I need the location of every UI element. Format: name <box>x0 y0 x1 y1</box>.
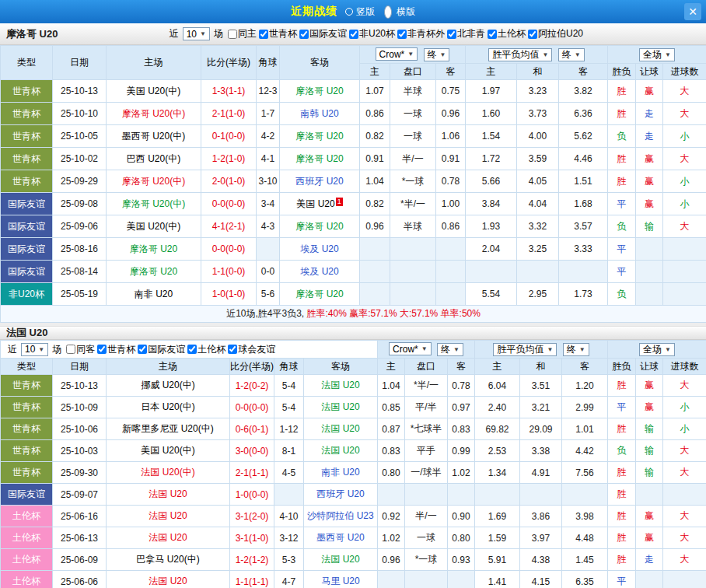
games-count-select[interactable]: 10▼ <box>183 27 210 40</box>
sub-odds-home: 主 <box>360 64 390 80</box>
checkbox-input[interactable] <box>187 345 197 354</box>
filter-checkbox-0-1[interactable]: 世青杯 <box>259 27 297 40</box>
avg-odds-select[interactable]: 胜平负均值▼ <box>493 343 557 356</box>
home-team-name[interactable]: 墨西哥 U20(中) <box>122 131 185 142</box>
type-cell: 非U20杯 <box>1 283 53 306</box>
avg-final-select[interactable]: 终▼ <box>558 48 585 61</box>
odds-final-select[interactable]: 终▼ <box>424 48 450 61</box>
away-team-name[interactable]: 法国 U20 <box>321 401 359 412</box>
home-team-name[interactable]: 法国 U20 <box>149 576 187 586</box>
close-button[interactable]: ✕ <box>684 3 701 20</box>
filter-checkbox-0-6[interactable]: 土伦杯 <box>488 27 526 40</box>
home-team-name[interactable]: 法国 U20 <box>149 510 187 521</box>
checkbox-input[interactable] <box>488 30 497 39</box>
home-team-name[interactable]: 巴拿马 U20(中) <box>136 554 199 565</box>
sub-odds-away: 客 <box>436 64 466 80</box>
corners-cell: 5-4 <box>274 397 304 418</box>
france-filters: 近10▼场同客世青杯国际友谊土伦杯球会友谊 <box>5 343 377 356</box>
home-team-name[interactable]: 日本 U20(中) <box>141 401 194 412</box>
away-team-name[interactable]: 摩洛哥 U20 <box>295 86 343 96</box>
filter-checkbox-0-2[interactable]: 国际友谊 <box>299 27 347 40</box>
checkbox-input[interactable] <box>447 30 456 39</box>
away-team-name[interactable]: 南韩 U20 <box>300 108 338 119</box>
avg-final-select[interactable]: 终▼ <box>563 343 589 356</box>
odds-away-cell: 1.02 <box>448 462 475 484</box>
checkbox-input[interactable] <box>138 345 147 354</box>
away-team-name[interactable]: 法国 U20 <box>321 423 359 434</box>
filter-checkbox-0-0[interactable]: 同主 <box>228 27 257 40</box>
odds-away-cell <box>436 238 466 261</box>
home-team-name[interactable]: 摩洛哥 U20(中) <box>122 108 185 119</box>
home-team-name[interactable]: 美国 U20(中) <box>141 445 194 456</box>
corners-cell: 8-1 <box>274 440 304 462</box>
filter-checkbox-0-3[interactable]: 非U20杯 <box>349 27 395 40</box>
games-count-select[interactable]: 10▼ <box>21 343 48 356</box>
fulltime-header-group: 全场▼ <box>608 341 706 359</box>
home-team-name[interactable]: 法国 U20 <box>149 488 187 499</box>
layout-vertical-radio[interactable]: 竖版 <box>345 5 375 19</box>
away-team-name[interactable]: 西班牙 U20 <box>316 488 364 499</box>
home-team-name[interactable]: 新喀里多尼亚 U20(中) <box>122 423 213 434</box>
match-row: 土伦杯25-06-16法国 U203-1(2-0)4-10沙特阿拉伯 U230.… <box>1 506 706 527</box>
away-team-name[interactable]: 南非 U20 <box>321 467 359 478</box>
filter-checkbox-0-7[interactable]: 阿拉伯U20 <box>528 27 583 40</box>
fulltime-select[interactable]: 全场▼ <box>639 48 675 61</box>
result-cell: 胜 <box>608 549 636 571</box>
filter-checkbox-0-5[interactable]: 北非青 <box>447 27 485 40</box>
filter-checkbox-1-4[interactable]: 球会友谊 <box>228 343 275 356</box>
avg-draw-cell: 3.23 <box>517 80 559 103</box>
checkbox-input[interactable] <box>528 30 537 39</box>
checkbox-input[interactable] <box>66 345 75 354</box>
home-team-name[interactable]: 美国 U20(中) <box>127 221 180 232</box>
away-team-name[interactable]: 西班牙 U20 <box>295 176 343 187</box>
away-team-name[interactable]: 法国 U20 <box>321 445 359 456</box>
home-team-name[interactable]: 法国 U20(中) <box>141 467 194 478</box>
avg-odds-select[interactable]: 胜平负均值▼ <box>488 48 552 61</box>
away-team-name[interactable]: 马里 U20 <box>321 576 359 586</box>
home-team-name[interactable]: 法国 U20 <box>149 532 187 543</box>
home-team-name[interactable]: 挪威 U20(中) <box>141 380 194 390</box>
away-team-name[interactable]: 埃及 U20 <box>300 243 338 254</box>
home-team-name[interactable]: 摩洛哥 U20(中) <box>122 176 185 187</box>
odds-final-select[interactable]: 终▼ <box>437 343 463 356</box>
away-team-name[interactable]: 法国 U20 <box>321 554 359 565</box>
checkbox-input[interactable] <box>97 345 107 354</box>
away-team-name[interactable]: 埃及 U20 <box>300 266 338 277</box>
odds-provider-select[interactable]: Crow*▼ <box>376 47 418 61</box>
away-team-name[interactable]: 摩洛哥 U20 <box>295 131 343 142</box>
home-team-name[interactable]: 南非 U20 <box>135 289 173 299</box>
filter-checkbox-1-1[interactable]: 世青杯 <box>97 343 135 356</box>
away-team-name[interactable]: 美国 U20 <box>296 198 334 209</box>
filter-checkbox-1-3[interactable]: 土伦杯 <box>187 343 225 356</box>
result-cell: 胜 <box>608 80 636 103</box>
away-team-name[interactable]: 摩洛哥 U20 <box>295 153 343 164</box>
away-team-name[interactable]: 墨西哥 U20 <box>316 532 364 543</box>
odds-line-cell: 半球 <box>390 80 436 103</box>
checkbox-input[interactable] <box>228 345 237 354</box>
checkbox-input[interactable] <box>397 30 407 39</box>
checkbox-input[interactable] <box>228 30 237 39</box>
away-team-name[interactable]: 沙特阿拉伯 U23 <box>307 510 373 521</box>
corners-cell: 4-1 <box>257 148 280 170</box>
home-team-name[interactable]: 美国 U20(中) <box>127 86 180 96</box>
home-team-name[interactable]: 摩洛哥 U20 <box>130 243 177 254</box>
filter-checkbox-1-2[interactable]: 国际友谊 <box>138 343 185 356</box>
checkbox-input[interactable] <box>299 30 309 39</box>
result-cell: 胜 <box>608 103 636 125</box>
checkbox-input[interactable] <box>349 30 358 39</box>
away-team-name[interactable]: 法国 U20 <box>321 380 359 390</box>
filter-checkbox-1-0[interactable]: 同客 <box>66 343 95 356</box>
fulltime-select[interactable]: 全场▼ <box>639 343 675 356</box>
odds-provider-select[interactable]: Crow*▼ <box>389 342 432 355</box>
away-team-name[interactable]: 摩洛哥 U20 <box>295 289 343 299</box>
odds-home-cell: 1.02 <box>378 527 405 549</box>
avg-header-group: 胜平负均值▼ 终▼ <box>466 46 608 64</box>
layout-horizontal-radio[interactable]: 横版 <box>383 5 415 19</box>
away-team-name[interactable]: 摩洛哥 U20 <box>295 221 343 232</box>
home-team-name[interactable]: 巴西 U20(中) <box>127 153 180 164</box>
avg-home-cell: 69.82 <box>475 418 520 440</box>
filter-checkbox-0-4[interactable]: 非青杯外 <box>397 27 445 40</box>
home-team-name[interactable]: 摩洛哥 U20(中) <box>122 198 185 209</box>
checkbox-input[interactable] <box>259 30 268 39</box>
home-team-name[interactable]: 摩洛哥 U20 <box>130 266 177 277</box>
